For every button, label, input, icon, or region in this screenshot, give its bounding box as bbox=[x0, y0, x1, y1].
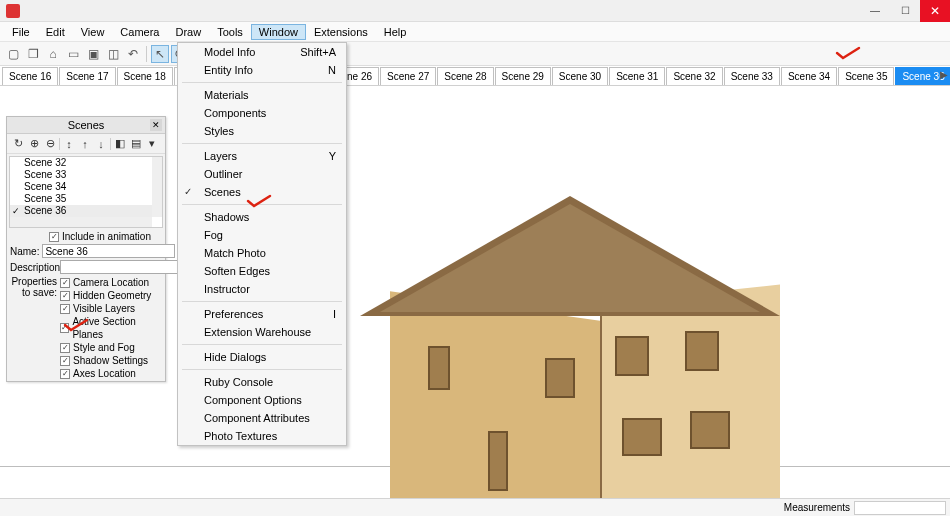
scenes-panel[interactable]: Scenes ✕ ↻⊕⊖↕↑↓◧▤▾ Scene 32Scene 33Scene… bbox=[6, 116, 166, 382]
statusbar: Measurements bbox=[0, 498, 950, 516]
property-row[interactable]: ✓Hidden Geometry bbox=[60, 289, 162, 302]
close-button[interactable]: ✕ bbox=[920, 0, 950, 22]
property-row[interactable]: ✓Style and Fog bbox=[60, 341, 162, 354]
checkbox-icon[interactable]: ✓ bbox=[60, 304, 70, 314]
menu-item-ruby-console[interactable]: Ruby Console bbox=[178, 373, 346, 391]
menu-window[interactable]: Window bbox=[251, 24, 306, 40]
scene-list-item[interactable]: Scene 32 bbox=[10, 157, 162, 169]
scrollbar-horizontal[interactable] bbox=[10, 217, 152, 227]
property-label: Style and Fog bbox=[73, 341, 135, 354]
scene-list[interactable]: Scene 32Scene 33Scene 34Scene 35✓Scene 3… bbox=[9, 156, 163, 228]
panel-tool-icon[interactable]: ↕ bbox=[62, 137, 76, 151]
menu-item-soften-edges[interactable]: Soften Edges bbox=[178, 262, 346, 280]
property-row[interactable]: ✓Active Section Planes bbox=[60, 315, 162, 341]
checkbox-icon[interactable]: ✓ bbox=[60, 323, 69, 333]
file-icon[interactable]: ▢ bbox=[4, 45, 22, 63]
files-icon[interactable]: ❐ bbox=[24, 45, 42, 63]
scene-tabs-scroll-right[interactable]: ▶ bbox=[940, 69, 948, 80]
menu-item-entity-info[interactable]: Entity InfoN bbox=[178, 61, 346, 79]
checkbox-icon[interactable]: ✓ bbox=[49, 232, 59, 242]
menu-item-layers[interactable]: LayersY bbox=[178, 147, 346, 165]
menu-item-label: Fog bbox=[204, 229, 223, 241]
menu-draw[interactable]: Draw bbox=[167, 24, 209, 40]
scene-list-item[interactable]: Scene 33 bbox=[10, 169, 162, 181]
menu-item-fog[interactable]: Fog bbox=[178, 226, 346, 244]
home-icon[interactable]: ⌂ bbox=[44, 45, 62, 63]
menu-item-label: Layers bbox=[204, 150, 237, 162]
menu-item-components[interactable]: Components bbox=[178, 104, 346, 122]
prism-icon[interactable]: ◫ bbox=[104, 45, 122, 63]
panel-tool-icon[interactable]: ↑ bbox=[78, 137, 92, 151]
property-row[interactable]: ✓Shadow Settings bbox=[60, 354, 162, 367]
scene-tab[interactable]: Scene 29 bbox=[495, 67, 551, 85]
scene-tab[interactable]: Scene 34 bbox=[781, 67, 837, 85]
menu-item-scenes[interactable]: ✓Scenes bbox=[178, 183, 346, 201]
checkbox-icon[interactable]: ✓ bbox=[60, 356, 70, 366]
book-icon[interactable]: ▭ bbox=[64, 45, 82, 63]
check-icon: ✓ bbox=[12, 205, 20, 217]
menu-edit[interactable]: Edit bbox=[38, 24, 73, 40]
menu-view[interactable]: View bbox=[73, 24, 113, 40]
menu-item-label: Match Photo bbox=[204, 247, 266, 259]
menu-item-photo-textures[interactable]: Photo Textures bbox=[178, 427, 346, 445]
name-input[interactable] bbox=[42, 244, 175, 258]
scene-tab[interactable]: Scene 17 bbox=[59, 67, 115, 85]
menu-item-model-info[interactable]: Model InfoShift+A bbox=[178, 43, 346, 61]
scene-tab[interactable]: Scene 16 bbox=[2, 67, 58, 85]
scene-list-item[interactable]: ✓Scene 36 bbox=[10, 205, 162, 217]
menu-item-preferences[interactable]: PreferencesI bbox=[178, 305, 346, 323]
minimize-button[interactable]: — bbox=[860, 0, 890, 22]
scene-list-item[interactable]: Scene 35 bbox=[10, 193, 162, 205]
checkbox-icon[interactable]: ✓ bbox=[60, 291, 70, 301]
panel-tool-icon[interactable]: ⊕ bbox=[27, 137, 41, 151]
menu-item-outliner[interactable]: Outliner bbox=[178, 165, 346, 183]
menu-item-label: Outliner bbox=[204, 168, 243, 180]
scene-tab[interactable]: Scene 30 bbox=[552, 67, 608, 85]
menu-item-hide-dialogs[interactable]: Hide Dialogs bbox=[178, 348, 346, 366]
scene-tab[interactable]: Scene 33 bbox=[724, 67, 780, 85]
box-icon[interactable]: ▣ bbox=[84, 45, 102, 63]
scene-tab[interactable]: Scene 35 bbox=[838, 67, 894, 85]
property-row[interactable]: ✓Visible Layers bbox=[60, 302, 162, 315]
cursor-icon[interactable]: ↖ bbox=[151, 45, 169, 63]
scene-tab[interactable]: Scene 31 bbox=[609, 67, 665, 85]
panel-tool-icon[interactable]: ⊖ bbox=[43, 137, 57, 151]
panel-tool-icon[interactable]: ↻ bbox=[11, 137, 25, 151]
undo-icon[interactable]: ↶ bbox=[124, 45, 142, 63]
menu-item-component-options[interactable]: Component Options bbox=[178, 391, 346, 409]
measurements-input[interactable] bbox=[854, 501, 946, 515]
scene-tab[interactable]: Scene 28 bbox=[437, 67, 493, 85]
scene-tab[interactable]: Scene 18 bbox=[117, 67, 173, 85]
scrollbar-vertical[interactable] bbox=[152, 157, 162, 217]
property-row[interactable]: ✓Camera Location bbox=[60, 276, 162, 289]
checkbox-icon[interactable]: ✓ bbox=[60, 343, 70, 353]
menu-file[interactable]: File bbox=[4, 24, 38, 40]
maximize-button[interactable]: ☐ bbox=[890, 0, 920, 22]
menu-item-shadows[interactable]: Shadows bbox=[178, 208, 346, 226]
menu-tools[interactable]: Tools bbox=[209, 24, 251, 40]
checkbox-icon[interactable]: ✓ bbox=[60, 278, 70, 288]
scene-tab[interactable]: Scene 27 bbox=[380, 67, 436, 85]
property-row[interactable]: ✓Axes Location bbox=[60, 367, 162, 380]
checkbox-icon[interactable]: ✓ bbox=[60, 369, 70, 379]
scene-list-item[interactable]: Scene 34 bbox=[10, 181, 162, 193]
scenes-panel-title[interactable]: Scenes ✕ bbox=[7, 117, 165, 134]
menu-item-materials[interactable]: Materials bbox=[178, 86, 346, 104]
panel-close-icon[interactable]: ✕ bbox=[150, 119, 162, 131]
panel-tool-icon[interactable]: ↓ bbox=[94, 137, 108, 151]
scene-tab[interactable]: Scene 32 bbox=[666, 67, 722, 85]
menu-item-match-photo[interactable]: Match Photo bbox=[178, 244, 346, 262]
menu-item-component-attributes[interactable]: Component Attributes bbox=[178, 409, 346, 427]
menu-item-instructor[interactable]: Instructor bbox=[178, 280, 346, 298]
menu-item-extension-warehouse[interactable]: Extension Warehouse bbox=[178, 323, 346, 341]
panel-tool-icon[interactable]: ▾ bbox=[145, 137, 159, 151]
menu-camera[interactable]: Camera bbox=[112, 24, 167, 40]
panel-tool-icon[interactable]: ◧ bbox=[113, 137, 127, 151]
description-input[interactable] bbox=[60, 260, 193, 274]
include-in-animation-row[interactable]: ✓ Include in animation bbox=[7, 230, 165, 243]
panel-tool-icon[interactable]: ▤ bbox=[129, 137, 143, 151]
menu-extensions[interactable]: Extensions bbox=[306, 24, 376, 40]
menu-help[interactable]: Help bbox=[376, 24, 415, 40]
menu-item-label: Extension Warehouse bbox=[204, 326, 311, 338]
menu-item-styles[interactable]: Styles bbox=[178, 122, 346, 140]
